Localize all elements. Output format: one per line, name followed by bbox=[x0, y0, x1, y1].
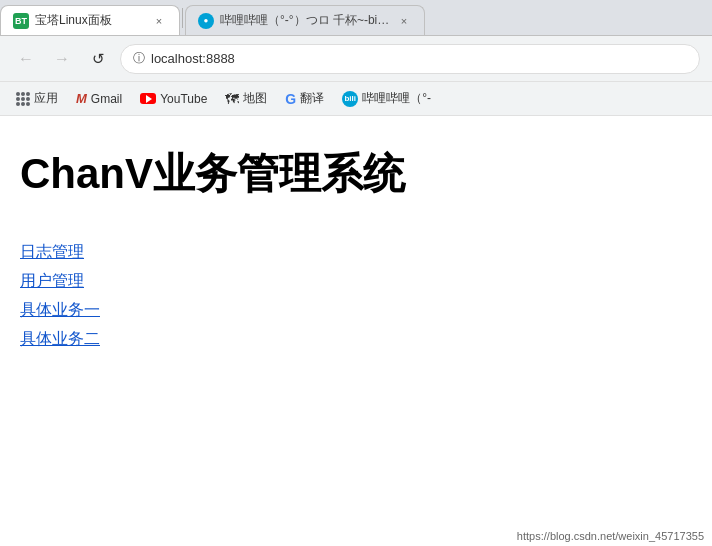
bili-tab-icon: ● bbox=[198, 13, 214, 29]
link-user[interactable]: 用户管理 bbox=[20, 271, 692, 292]
bili-icon: bili bbox=[342, 91, 358, 107]
bookmark-youtube[interactable]: YouTube bbox=[132, 88, 215, 110]
address-input[interactable]: ⓘ localhost:8888 bbox=[120, 44, 700, 74]
tab-baota-close[interactable]: × bbox=[151, 13, 167, 29]
tab-bar: BT 宝塔Linux面板 × ● 哔哩哔哩（°-°）つロ 千杯~-bili… × bbox=[0, 0, 712, 36]
tab-bili-label: 哔哩哔哩（°-°）つロ 千杯~-bili… bbox=[220, 12, 390, 29]
tab-separator bbox=[182, 8, 183, 28]
reload-button[interactable]: ↺ bbox=[84, 45, 112, 73]
tab-bili[interactable]: ● 哔哩哔哩（°-°）つロ 千杯~-bili… × bbox=[185, 5, 425, 35]
status-url: https://blog.csdn.net/weixin_45717355 bbox=[517, 530, 704, 542]
youtube-icon bbox=[140, 93, 156, 104]
back-button[interactable]: ← bbox=[12, 45, 40, 73]
bookmark-apps[interactable]: 应用 bbox=[8, 86, 66, 111]
translate-icon: G bbox=[285, 91, 296, 107]
bookmark-translate[interactable]: G 翻译 bbox=[277, 86, 332, 111]
nav-links: 日志管理 用户管理 具体业务一 具体业务二 bbox=[20, 242, 692, 350]
bookmarks-bar: 应用 M Gmail YouTube 🗺 地图 G 翻译 bili 哔哩哔哩（°… bbox=[0, 82, 712, 116]
bookmark-bili-label: 哔哩哔哩（°- bbox=[362, 90, 431, 107]
bookmark-maps-label: 地图 bbox=[243, 90, 267, 107]
page-title: ChanV业务管理系统 bbox=[20, 146, 692, 202]
lock-icon: ⓘ bbox=[133, 50, 145, 67]
link-log[interactable]: 日志管理 bbox=[20, 242, 692, 263]
bookmark-gmail[interactable]: M Gmail bbox=[68, 87, 130, 110]
tab-bili-close[interactable]: × bbox=[396, 13, 412, 29]
tab-baota[interactable]: BT 宝塔Linux面板 × bbox=[0, 5, 180, 35]
page-content: ChanV业务管理系统 日志管理 用户管理 具体业务一 具体业务二 https:… bbox=[0, 116, 712, 546]
bookmark-apps-label: 应用 bbox=[34, 90, 58, 107]
url-text: localhost:8888 bbox=[151, 51, 235, 66]
link-biz1[interactable]: 具体业务一 bbox=[20, 300, 692, 321]
forward-button[interactable]: → bbox=[48, 45, 76, 73]
baota-tab-icon: BT bbox=[13, 13, 29, 29]
link-biz2[interactable]: 具体业务二 bbox=[20, 329, 692, 350]
bookmark-maps[interactable]: 🗺 地图 bbox=[217, 86, 275, 111]
maps-icon: 🗺 bbox=[225, 91, 239, 107]
bookmark-gmail-label: Gmail bbox=[91, 92, 122, 106]
gmail-icon: M bbox=[76, 91, 87, 106]
browser-window: BT 宝塔Linux面板 × ● 哔哩哔哩（°-°）つロ 千杯~-bili… ×… bbox=[0, 0, 712, 546]
bookmark-youtube-label: YouTube bbox=[160, 92, 207, 106]
tab-baota-label: 宝塔Linux面板 bbox=[35, 12, 145, 29]
bookmark-translate-label: 翻译 bbox=[300, 90, 324, 107]
status-bar: https://blog.csdn.net/weixin_45717355 bbox=[517, 530, 704, 542]
address-bar: ← → ↺ ⓘ localhost:8888 bbox=[0, 36, 712, 82]
apps-icon bbox=[16, 92, 30, 106]
bookmark-bili[interactable]: bili 哔哩哔哩（°- bbox=[334, 86, 439, 111]
